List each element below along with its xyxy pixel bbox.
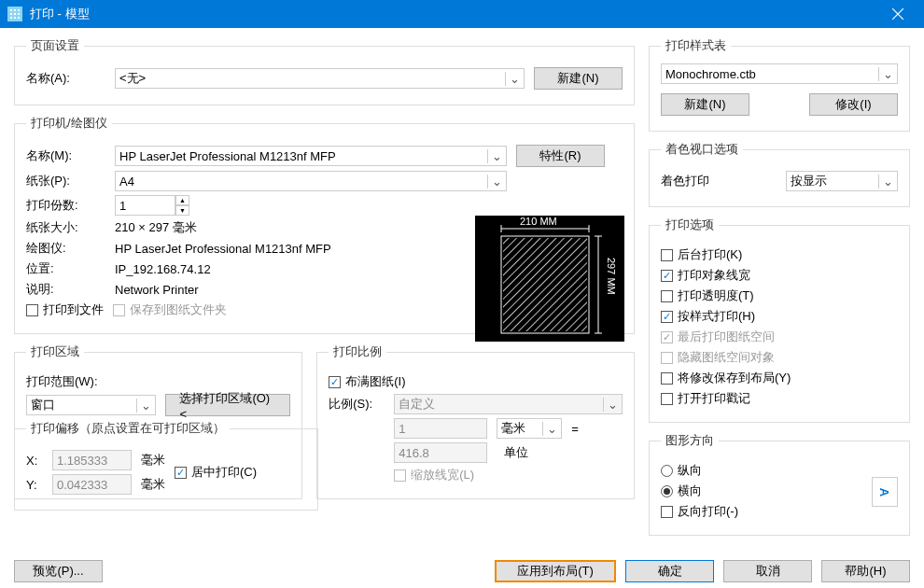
new-page-setup-button[interactable]: 新建(N) bbox=[534, 67, 623, 90]
select-area-button[interactable]: 选择打印区域(O)< bbox=[165, 394, 290, 416]
paper-label: 纸张(P): bbox=[26, 173, 105, 189]
checkbox-icon bbox=[394, 469, 406, 482]
apply-to-layout-button[interactable]: 应用到布局(T) bbox=[495, 560, 616, 582]
paper-preview: 210 MM 297 MM bbox=[475, 216, 624, 342]
location-value: IP_192.168.74.12 bbox=[115, 262, 211, 276]
description-value: Network Printer bbox=[115, 283, 199, 297]
description-label: 说明: bbox=[26, 281, 105, 298]
svg-rect-4 bbox=[503, 238, 587, 331]
range-label: 打印范围(W): bbox=[26, 373, 98, 390]
by-style-checkbox[interactable]: 按样式打印(H) bbox=[661, 308, 755, 325]
stamp-checkbox[interactable]: 打开打印戳记 bbox=[661, 390, 750, 407]
x-label: X: bbox=[26, 454, 43, 468]
printer-name-combo[interactable]: HP LaserJet Professional M1213nf MFP ⌄ bbox=[115, 146, 507, 166]
orientation-legend: 图形方向 bbox=[661, 432, 719, 449]
bg-print-checkbox[interactable]: 后台打印(K) bbox=[661, 246, 742, 263]
printer-props-button[interactable]: 特性(R) bbox=[516, 145, 605, 167]
checkbox-icon bbox=[661, 393, 673, 405]
scale-lineweight-checkbox: 缩放线宽(L) bbox=[394, 467, 474, 483]
close-icon bbox=[892, 8, 903, 20]
checkbox-icon bbox=[661, 352, 673, 364]
options-legend: 打印选项 bbox=[661, 217, 719, 233]
transparency-checkbox[interactable]: 打印透明度(T) bbox=[661, 287, 754, 304]
spinner-up-icon[interactable]: ▲ bbox=[175, 195, 189, 205]
range-combo[interactable]: 窗口 ⌄ bbox=[26, 395, 156, 415]
y-input bbox=[52, 474, 132, 495]
paper-size-label: 纸张大小: bbox=[26, 219, 105, 236]
style-new-button[interactable]: 新建(N) bbox=[661, 93, 749, 116]
shade-plot-combo[interactable]: 按显示 ⌄ bbox=[786, 171, 898, 191]
bottom-bar: 预览(P)... 应用到布局(T) 确定 取消 帮助(H) bbox=[0, 553, 924, 588]
printer-group: 打印机/绘图仪 名称(M): HP LaserJet Professional … bbox=[14, 115, 635, 334]
paperspace-last-checkbox: 最后打印图纸空间 bbox=[661, 329, 775, 345]
chevron-down-icon: ⌄ bbox=[505, 72, 520, 86]
chevron-down-icon: ⌄ bbox=[603, 398, 618, 412]
print-to-file-checkbox[interactable]: 打印到文件 bbox=[26, 301, 104, 318]
offset-legend: 打印偏移（原点设置在可打印区域） bbox=[26, 420, 230, 437]
copies-spinner[interactable]: ▲▼ bbox=[115, 195, 189, 216]
checkbox-icon bbox=[26, 304, 38, 316]
location-label: 位置: bbox=[26, 260, 105, 277]
reverse-print-checkbox[interactable]: 反向打印(-) bbox=[661, 503, 738, 520]
ok-button[interactable]: 确定 bbox=[625, 560, 714, 582]
orientation-icon: A bbox=[872, 477, 898, 507]
viewport-group: 着色视口选项 着色打印 按显示 ⌄ bbox=[649, 141, 910, 207]
lineweight-checkbox[interactable]: 打印对象线宽 bbox=[661, 267, 750, 284]
plotter-label: 绘图仪: bbox=[26, 240, 105, 257]
offset-group: 打印偏移（原点设置在可打印区域） X: 毫米 Y: 毫米 bbox=[14, 420, 318, 511]
radio-icon bbox=[661, 485, 673, 497]
plotter-value: HP LaserJet Professional M1213nf MFP bbox=[115, 242, 331, 256]
x-input bbox=[52, 450, 132, 470]
orientation-group: 图形方向 纵向 横向 反向打印(-) A bbox=[649, 432, 910, 536]
landscape-radio[interactable]: 横向 bbox=[661, 483, 702, 499]
copies-input[interactable] bbox=[115, 195, 175, 216]
printer-name-label: 名称(M): bbox=[26, 147, 105, 164]
print-scale-group: 打印比例 布满图纸(I) 比例(S): 自定义 ⌄ bbox=[316, 343, 635, 499]
cancel-button[interactable]: 取消 bbox=[723, 560, 812, 582]
chevron-down-icon: ⌄ bbox=[878, 67, 893, 81]
close-button[interactable] bbox=[879, 0, 917, 28]
styles-group: 打印样式表 Monochrome.ctb ⌄ 新建(N) 修改(I) bbox=[649, 37, 910, 132]
paper-size-value: 210 × 297 毫米 bbox=[115, 219, 197, 236]
chevron-down-icon: ⌄ bbox=[487, 149, 502, 163]
help-button[interactable]: 帮助(H) bbox=[821, 560, 910, 582]
portrait-radio[interactable]: 纵向 bbox=[661, 462, 702, 479]
style-table-combo[interactable]: Monochrome.ctb ⌄ bbox=[661, 63, 898, 84]
scale-a-input bbox=[394, 418, 487, 439]
chevron-down-icon: ⌄ bbox=[487, 175, 502, 189]
checkbox-icon bbox=[661, 249, 673, 261]
print-scale-legend: 打印比例 bbox=[329, 343, 386, 360]
save-changes-checkbox[interactable]: 将修改保存到布局(Y) bbox=[661, 370, 791, 386]
chevron-down-icon: ⌄ bbox=[542, 422, 557, 436]
paper-preview-icon bbox=[475, 216, 624, 342]
checkbox-icon bbox=[661, 290, 673, 302]
spinner-down-icon[interactable]: ▼ bbox=[175, 205, 189, 216]
scale-label: 比例(S): bbox=[329, 396, 385, 413]
y-label: Y: bbox=[26, 478, 43, 492]
name-label: 名称(A): bbox=[26, 70, 105, 87]
paper-combo[interactable]: A4 ⌄ bbox=[115, 171, 507, 191]
radio-icon bbox=[661, 465, 673, 477]
scale-b-input bbox=[394, 442, 487, 463]
checkbox-icon bbox=[329, 376, 341, 388]
checkbox-icon bbox=[175, 467, 187, 479]
scale-unit2: 单位 bbox=[497, 444, 562, 461]
preview-button[interactable]: 预览(P)... bbox=[14, 560, 103, 582]
titlebar: 打印 - 模型 bbox=[0, 0, 924, 28]
chevron-down-icon: ⌄ bbox=[136, 399, 151, 413]
page-setup-group: 页面设置 名称(A): <无> ⌄ 新建(N) bbox=[14, 37, 635, 105]
center-print-checkbox[interactable]: 居中打印(C) bbox=[175, 464, 257, 481]
chevron-down-icon: ⌄ bbox=[878, 175, 893, 189]
checkbox-icon bbox=[113, 304, 125, 316]
page-setup-name-combo[interactable]: <无> ⌄ bbox=[115, 68, 525, 89]
window-title: 打印 - 模型 bbox=[30, 6, 879, 22]
fit-paper-checkbox[interactable]: 布满图纸(I) bbox=[329, 373, 405, 390]
copies-label: 打印份数: bbox=[26, 197, 105, 214]
scale-unit-combo[interactable]: 毫米 ⌄ bbox=[497, 418, 562, 439]
scale-combo: 自定义 ⌄ bbox=[394, 394, 623, 414]
style-edit-button[interactable]: 修改(I) bbox=[809, 93, 898, 116]
options-group: 打印选项 后台打印(K) 打印对象线宽 打印透明度(T) 按样式打印(H) 最后… bbox=[649, 217, 910, 423]
save-to-folder-checkbox: 保存到图纸文件夹 bbox=[113, 301, 227, 318]
app-icon bbox=[7, 7, 22, 21]
checkbox-icon bbox=[661, 270, 673, 282]
